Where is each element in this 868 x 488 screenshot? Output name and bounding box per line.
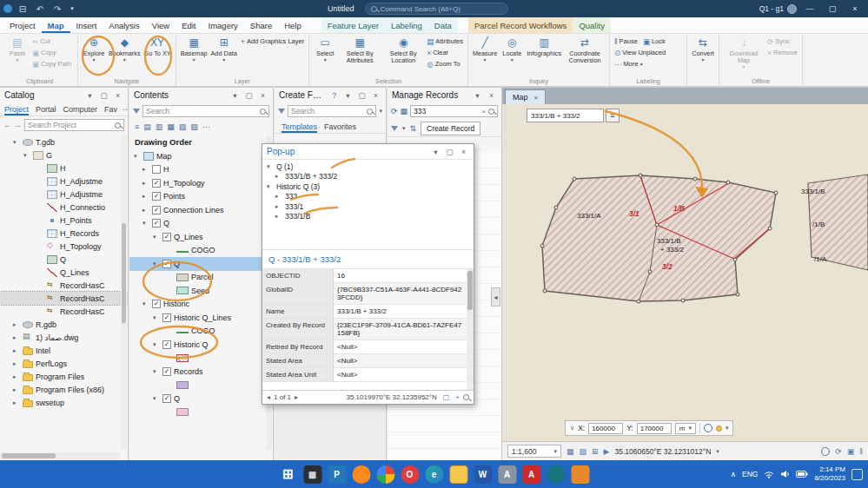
layer-tree-item[interactable]: Connection Lines [129,203,273,217]
coordinates-display[interactable]: 35.1060650°E 32.1231012°N [615,447,712,456]
ribbon-small-button[interactable]: Zoom To [425,58,461,69]
catalog-tree-item[interactable]: H [0,162,128,175]
menu-tab[interactable]: View [146,17,176,33]
expander-icon[interactable] [13,139,20,146]
expander-icon[interactable] [267,183,274,190]
layer-tree-item[interactable] [129,406,273,419]
panel-menu-icon[interactable]: ▾ [229,91,241,100]
layer-visibility-checkbox[interactable] [162,233,171,241]
app-gray[interactable]: A [498,465,516,484]
catalog-tree-item[interactable]: RecordHasC [0,305,128,318]
expander-icon[interactable] [153,395,160,402]
layer-visibility-checkbox[interactable] [152,192,161,201]
forward-icon[interactable]: → [14,121,22,129]
catalog-tree-item[interactable]: 1) صماد.dwg [0,331,128,344]
word[interactable]: W [474,465,492,484]
sort-icon[interactable]: ⇅ [410,124,417,133]
quick-access-caret-icon[interactable]: ▾ [68,5,76,12]
chevron-down-icon[interactable]: ▾ [402,125,406,132]
layer-visibility-checkbox[interactable] [152,206,161,214]
expander-icon[interactable] [275,213,282,220]
wifi-icon[interactable] [764,470,774,478]
menu-tab[interactable]: Project [3,17,42,33]
undo-icon[interactable]: ↶ [33,4,47,14]
layer-tree-item[interactable]: H_Topology [129,176,273,190]
layer-tree-item[interactable]: Parcel [129,271,273,285]
ribbon-small-button[interactable]: Lock [641,36,669,47]
ribbon-small-button[interactable]: Copy [30,47,60,58]
close-icon[interactable]: × [534,94,539,102]
ribbon-small-button[interactable]: Pause [613,36,641,47]
popup-record-item[interactable]: 333/1/B + 333/2 [262,172,474,182]
catalog-tree-item[interactable]: RecordHasC [0,279,128,292]
layer-tree-item[interactable]: Seed [129,284,273,298]
layer-visibility-checkbox[interactable] [152,179,161,188]
expander-icon[interactable] [267,163,274,170]
ribbon-big-button[interactable]: Select By Attributes [338,36,381,66]
pin-icon[interactable]: ▢ [243,91,255,100]
map-view[interactable]: Map × [502,87,868,460]
ribbon-big-button[interactable]: Paste ▾ [4,36,30,63]
pointer-icon[interactable]: ▶ [604,447,610,456]
dock-icon[interactable]: ▢ [444,148,455,156]
ribbon-big-button[interactable]: Measure ▾ [471,36,499,63]
chevron-down-icon[interactable]: ▾ [716,448,719,455]
ribbon-small-button[interactable]: Cut [30,36,54,47]
zoom-plus-icon[interactable]: + [455,393,460,401]
volume-icon[interactable] [780,470,790,478]
catalog-tree-item[interactable]: Program Files (x86) [0,383,128,396]
ribbon-small-button[interactable]: More ▾ [613,58,645,69]
layer-tree-item[interactable]: Q [129,217,273,231]
popup-record-item[interactable]: 333 [262,192,474,202]
expander-icon[interactable] [13,334,20,341]
ribbon-big-button[interactable]: Bookmarks ▾ [107,36,142,63]
snap-icon[interactable]: ⊞ [592,447,599,456]
y-coordinate-input[interactable]: 170000 [637,423,672,434]
hidden-icons-chevron[interactable]: ∧ [731,470,736,478]
menu-tab[interactable]: Labeling [385,17,428,33]
catalog-tree-item[interactable]: T.gdb [0,135,128,148]
edge[interactable]: e [425,465,443,484]
clear-search-icon[interactable]: × [481,108,486,115]
ribbon-small-button[interactable]: Add Graphics Layer [239,36,306,47]
menu-tab[interactable]: Quality [573,17,611,33]
expander-icon[interactable] [275,203,282,210]
menu-tab[interactable]: Analysis [103,17,145,33]
close-icon[interactable]: × [257,91,268,100]
clock[interactable]: 2:14 PM 8/20/2023 [814,465,845,482]
expander-icon[interactable] [13,373,20,380]
close-icon[interactable]: × [458,148,469,156]
ribbon-big-button[interactable]: Convert ▾ [690,36,716,63]
panel-menu-icon[interactable]: ▾ [342,91,354,100]
account-name[interactable]: Q1 - g1 [759,4,784,13]
layer-tree-item[interactable]: Records [129,365,273,379]
file-explorer[interactable] [449,465,467,484]
start-button[interactable]: ⊞ [279,465,297,484]
expander-icon[interactable] [153,368,160,375]
menu-tab[interactable]: Feature Layer [321,17,385,33]
close-icon[interactable]: × [112,91,123,100]
magnifier-icon[interactable] [463,394,469,400]
pin-icon[interactable]: ▢ [356,91,368,100]
layer-tree-item[interactable]: Map [129,149,273,163]
layer-visibility-checkbox[interactable] [162,313,171,322]
close-icon[interactable]: × [370,91,381,100]
ribbon-big-button[interactable]: Download Map ▾ [722,36,765,70]
expander-icon[interactable] [153,260,160,267]
catalog-tree-item[interactable]: H_Records [0,227,128,240]
scale-select[interactable]: 1:1,600 ▾ [507,445,561,458]
refresh-icon[interactable]: ⟳ [391,107,398,115]
map-canvas[interactable]: 333/1/A 3/1 1/B 333/1/B + 333/2 3/2 333/… [502,104,868,425]
layer-visibility-checkbox[interactable] [152,219,161,228]
menu-tab[interactable]: Data [428,17,458,33]
panel-menu-icon[interactable]: ▾ [84,91,96,100]
layer-visibility-checkbox[interactable] [152,165,161,174]
expander-icon[interactable] [142,193,149,200]
list-by-source-icon[interactable]: ▤ [143,122,151,131]
filter-icon[interactable] [133,109,140,114]
ribbon-small-button[interactable]: Sync [765,36,792,47]
app-orange[interactable] [571,465,589,484]
catalog-tab[interactable]: Computer [63,102,98,115]
catalog-search-input[interactable]: Search Project [24,119,124,131]
expander-icon[interactable] [153,234,160,241]
